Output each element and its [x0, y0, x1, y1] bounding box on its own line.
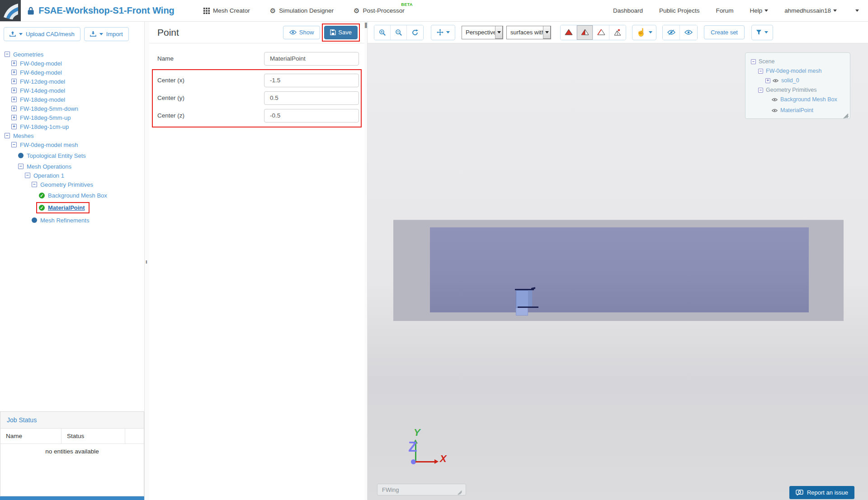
tree-topological-entity-sets[interactable]: Topological Entity Sets: [0, 151, 144, 160]
tree-geometry-item[interactable]: + FW-14deg-model: [0, 86, 144, 94]
scene-solid-node[interactable]: + solid_0: [751, 77, 846, 84]
tree-mesh-operations[interactable]: − Mesh Operations: [0, 162, 144, 170]
nav-dashboard[interactable]: Dashboard: [613, 7, 643, 14]
eye-icon[interactable]: [773, 79, 778, 83]
job-empty-message: no entities available: [0, 444, 144, 455]
scene-background-mesh-box-node[interactable]: Background Mesh Box: [751, 96, 846, 103]
viewport-3d-canvas[interactable]: − Scene − FW-0deg-model mesh + solid_0: [368, 43, 868, 500]
tree-geometry-item[interactable]: + FW-0deg-model: [0, 59, 144, 67]
tree-geometries[interactable]: − Geometries: [0, 50, 144, 58]
bullet-icon: [18, 153, 24, 158]
tree-geometry-item[interactable]: + FW-18deg-model: [0, 95, 144, 104]
center-y-input[interactable]: [264, 91, 359, 105]
center-z-input[interactable]: [264, 109, 359, 123]
scene-geometry-primitives-node[interactable]: − Geometry Primitives: [751, 87, 846, 93]
collapse-icon[interactable]: −: [758, 69, 763, 74]
collapse-icon[interactable]: −: [5, 52, 10, 57]
tree-background-mesh-box[interactable]: ✓ Background Mesh Box: [0, 191, 144, 199]
nav-post-processor[interactable]: ⚙ Post-Processor BETA: [354, 7, 405, 14]
collapse-icon[interactable]: −: [751, 59, 756, 64]
nav-overflow-menu[interactable]: [853, 9, 859, 12]
background-mesh-box-face[interactable]: [430, 227, 809, 312]
mesh-quality-wire-button[interactable]: [593, 25, 609, 40]
import-button[interactable]: Import: [84, 27, 129, 41]
tree-meshes[interactable]: − Meshes: [0, 132, 144, 140]
zoom-in-button[interactable]: [374, 25, 391, 40]
collapse-icon[interactable]: −: [32, 182, 37, 187]
material-point-annotation: ✓ MaterialPoint: [36, 202, 90, 213]
nav-help-menu[interactable]: Help: [750, 7, 768, 14]
tree-geometry-item[interactable]: + FW-12deg-model: [0, 77, 144, 85]
collapse-icon[interactable]: −: [5, 133, 10, 138]
job-actions-column: [125, 429, 144, 444]
projection-select[interactable]: Perspective: [462, 26, 503, 39]
eye-icon[interactable]: [772, 98, 778, 102]
tree-mesh-item[interactable]: − FW-0deg-model mesh: [0, 141, 144, 149]
app-logo[interactable]: [0, 0, 21, 21]
expand-icon[interactable]: +: [765, 78, 770, 83]
check-icon: ✓: [39, 193, 45, 198]
collapse-icon[interactable]: −: [758, 88, 763, 93]
scene-mesh-node[interactable]: − FW-0deg-model mesh: [751, 68, 846, 74]
pick-tool-dropdown[interactable]: ☝: [632, 25, 656, 40]
input-resize-handle[interactable]: [457, 490, 463, 495]
collapse-icon[interactable]: −: [18, 164, 24, 169]
tree-geometry-primitives[interactable]: − Geometry Primitives: [0, 180, 144, 189]
nav-user-menu[interactable]: ahmedhussain18: [784, 7, 837, 14]
report-issue-button[interactable]: Report an issue: [789, 486, 854, 499]
mesh-quality-point-button[interactable]: [609, 25, 626, 40]
scene-material-point-node[interactable]: MaterialPoint: [751, 107, 846, 113]
viewport-annotation-input[interactable]: [377, 484, 466, 495]
collapse-icon[interactable]: −: [11, 142, 17, 147]
tree-geometry-item[interactable]: + FW-6deg-model: [0, 68, 144, 76]
upload-icon: [9, 31, 16, 37]
select-arrow-button[interactable]: [495, 26, 503, 39]
nav-simulation-designer[interactable]: ⚙ Simulation Designer: [270, 7, 334, 14]
expand-icon[interactable]: +: [11, 106, 17, 111]
expand-icon[interactable]: +: [11, 79, 17, 84]
mesh-quality-solid-button[interactable]: [561, 25, 577, 40]
tree-operation-1[interactable]: − Operation 1: [0, 171, 144, 179]
move-tool-dropdown[interactable]: [431, 25, 455, 40]
panel-splitter[interactable]: ‖: [364, 22, 367, 500]
collapse-icon[interactable]: −: [25, 173, 30, 178]
expand-icon[interactable]: +: [11, 61, 17, 66]
reset-view-button[interactable]: [407, 25, 423, 40]
nav-mesh-creator-label: Mesh Creator: [213, 7, 250, 14]
tree-geometry-item[interactable]: + FW-18deg-1cm-up: [0, 123, 144, 131]
show-selection-button[interactable]: [680, 25, 697, 40]
mesh-quality-half-button[interactable]: [577, 25, 593, 40]
render-mode-select[interactable]: surfaces with w: [506, 26, 551, 39]
scene-node[interactable]: − Scene: [751, 58, 846, 65]
expand-icon[interactable]: +: [11, 97, 17, 102]
project-title[interactable]: FSAE-Workshop-S1-Front Wing A...: [38, 5, 176, 16]
create-set-button[interactable]: Create set: [704, 25, 745, 39]
nav-forum[interactable]: Forum: [716, 7, 733, 14]
filter-dropdown[interactable]: [751, 25, 773, 40]
show-button[interactable]: Show: [283, 26, 321, 39]
tree-geometry-item[interactable]: + FW-18deg-5mm-down: [0, 104, 144, 113]
zoom-in-icon: [379, 29, 386, 36]
name-input[interactable]: [264, 52, 359, 66]
job-name-column: Name: [0, 429, 61, 444]
zoom-out-button[interactable]: [391, 25, 407, 40]
tree-mesh-refinements[interactable]: Mesh Refinements: [0, 216, 144, 224]
select-arrow-button[interactable]: [543, 26, 551, 39]
tree-material-point[interactable]: ✓ MaterialPoint: [0, 202, 144, 213]
front-wing-geometry[interactable]: [513, 288, 542, 316]
eye-icon[interactable]: [772, 108, 778, 113]
overlay-resize-handle[interactable]: [843, 112, 849, 117]
expand-icon[interactable]: +: [11, 88, 17, 93]
expand-icon[interactable]: +: [11, 124, 17, 129]
expand-icon[interactable]: +: [11, 115, 17, 120]
import-label: Import: [106, 31, 123, 38]
expand-icon[interactable]: +: [11, 70, 17, 75]
hide-selection-button[interactable]: [663, 25, 680, 40]
nav-public-projects[interactable]: Public Projects: [659, 7, 699, 14]
center-x-input[interactable]: [264, 74, 359, 87]
nav-mesh-creator[interactable]: Mesh Creator: [203, 7, 250, 14]
save-button[interactable]: Save: [324, 26, 358, 39]
panel-splitter[interactable]: ‖: [145, 22, 149, 500]
upload-cad-mesh-button[interactable]: Upload CAD/mesh: [4, 27, 80, 41]
tree-geometry-item[interactable]: + FW-18deg-5mm-up: [0, 113, 144, 122]
